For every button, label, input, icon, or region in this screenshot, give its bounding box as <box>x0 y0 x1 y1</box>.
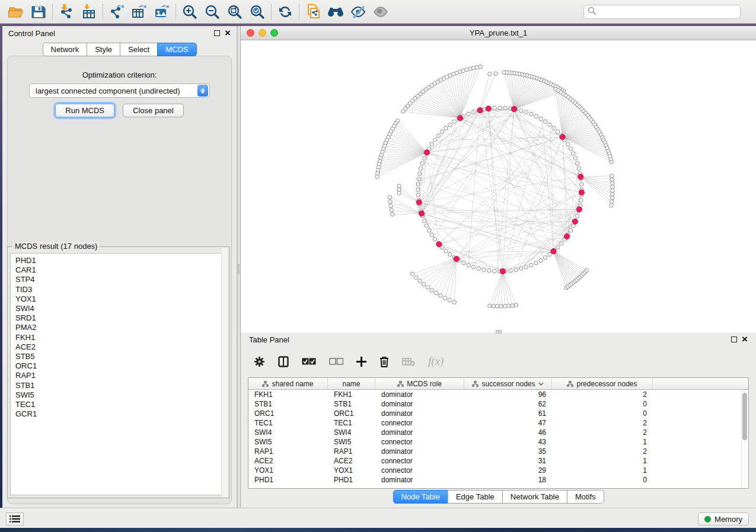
table-cell[interactable]: connector <box>375 418 464 428</box>
table-cell[interactable]: dominator <box>375 399 464 409</box>
run-mcds-button[interactable]: Run MCDS <box>55 104 114 117</box>
table-cell[interactable]: SWI5 <box>328 437 375 447</box>
mcds-hub-node[interactable] <box>424 150 429 155</box>
close-window-icon[interactable] <box>247 29 254 37</box>
close-panel-icon[interactable]: × <box>225 30 231 36</box>
tab-network-table[interactable]: Network Table <box>502 490 567 504</box>
table-cell[interactable]: ORC1 <box>248 409 328 418</box>
table-cell[interactable]: 2 <box>552 447 653 456</box>
zoom-out-icon[interactable] <box>201 2 224 21</box>
table-cell[interactable]: YOX1 <box>248 466 328 475</box>
table-cell[interactable]: 46 <box>464 428 552 437</box>
show-columns-icon[interactable] <box>278 356 289 367</box>
delete-column-icon[interactable] <box>379 356 389 367</box>
table-row[interactable]: SWI5SWI5connector431 <box>248 437 748 447</box>
table-cell[interactable]: 1 <box>552 437 653 447</box>
import-table-icon[interactable] <box>78 2 100 21</box>
tab-motifs[interactable]: Motifs <box>567 490 604 504</box>
result-list-item[interactable]: RAP1 <box>15 371 226 380</box>
table-cell[interactable]: dominator <box>375 409 464 418</box>
table-cell[interactable]: 0 <box>552 475 653 485</box>
result-list-item[interactable]: SWI4 <box>15 304 226 313</box>
tab-select[interactable]: Select <box>120 43 158 56</box>
column-header-shared-name[interactable]: shared name <box>248 378 328 389</box>
add-column-icon[interactable] <box>356 357 366 367</box>
delete-table-icon[interactable] <box>402 357 415 366</box>
table-cell[interactable]: 18 <box>464 475 552 485</box>
network-window-titlebar[interactable]: YPA_prune.txt_1 <box>241 26 756 40</box>
table-cell[interactable]: STB1 <box>248 399 328 409</box>
table-cell[interactable]: 62 <box>464 399 552 409</box>
table-cell[interactable]: TEC1 <box>248 418 328 428</box>
node-table[interactable]: shared namenameMCDS rolesuccessor nodesp… <box>248 377 749 489</box>
table-cell[interactable]: 1 <box>552 456 653 466</box>
result-list-item[interactable]: STB1 <box>15 381 226 390</box>
table-cell[interactable]: 0 <box>552 409 653 418</box>
table-cell[interactable]: ACE2 <box>248 456 328 466</box>
column-header-name[interactable]: name <box>328 378 375 389</box>
result-list-item[interactable]: YOX1 <box>15 294 226 304</box>
tab-network[interactable]: Network <box>42 43 87 56</box>
table-row[interactable]: RAP1RAP1dominator352 <box>248 447 748 456</box>
mcds-hub-node[interactable] <box>454 256 459 261</box>
table-row[interactable]: FKH1FKH1dominator962 <box>248 390 748 399</box>
table-cell[interactable]: SWI5 <box>248 437 328 447</box>
table-scrollbar[interactable] <box>741 390 748 488</box>
table-cell[interactable]: dominator <box>375 447 464 456</box>
tab-node-table[interactable]: Node Table <box>393 490 448 504</box>
float-table-panel-icon[interactable] <box>731 336 737 342</box>
table-cell[interactable]: dominator <box>375 428 464 437</box>
mcds-hub-node[interactable] <box>579 190 584 195</box>
table-cell[interactable]: FKH1 <box>248 390 328 399</box>
table-row[interactable]: YOX1YOX1connector291 <box>248 466 748 475</box>
table-cell[interactable]: dominator <box>375 475 464 485</box>
table-cell[interactable]: ORC1 <box>328 409 375 418</box>
table-cell[interactable]: connector <box>375 456 464 466</box>
memory-button[interactable]: Memory <box>698 512 749 525</box>
show-all-icon[interactable] <box>369 2 392 21</box>
table-row[interactable]: PHD1PHD1dominator180 <box>248 475 748 485</box>
tab-edge-table[interactable]: Edge Table <box>448 490 503 504</box>
table-cell[interactable]: dominator <box>375 390 464 399</box>
find-icon[interactable] <box>324 2 347 21</box>
table-cell[interactable]: 2 <box>552 418 653 428</box>
result-list-item[interactable]: GCR1 <box>15 409 226 419</box>
search-field[interactable] <box>583 5 741 19</box>
result-list-item[interactable]: TID3 <box>15 285 226 294</box>
table-cell[interactable]: PHD1 <box>328 475 375 485</box>
table-cell[interactable]: 47 <box>464 418 552 428</box>
result-list-item[interactable]: PMA2 <box>15 323 226 332</box>
table-row[interactable]: TEC1TEC1connector472 <box>248 418 748 428</box>
table-row[interactable]: ORC1ORC1dominator610 <box>248 409 748 418</box>
mcds-hub-node[interactable] <box>419 211 424 216</box>
zoom-fit-icon[interactable] <box>224 2 246 21</box>
table-cell[interactable]: 61 <box>464 409 552 418</box>
mcds-hub-node[interactable] <box>576 207 582 212</box>
result-list-item[interactable]: ACE2 <box>15 342 226 352</box>
result-list-item[interactable]: SRD1 <box>15 313 226 323</box>
table-scrollbar-thumb[interactable] <box>742 393 747 440</box>
network-canvas[interactable] <box>241 40 756 332</box>
mcds-hub-node[interactable] <box>416 200 422 205</box>
result-list-item[interactable]: ORC1 <box>15 361 226 371</box>
tab-mcds[interactable]: MCDS <box>157 43 196 56</box>
mcds-hub-node[interactable] <box>578 174 583 180</box>
table-cell[interactable]: RAP1 <box>328 447 375 456</box>
table-cell[interactable]: 2 <box>552 428 653 437</box>
hide-selected-icon[interactable] <box>347 2 369 21</box>
table-row[interactable]: SWI4SWI4dominator462 <box>248 428 748 437</box>
deselect-all-checks-icon[interactable] <box>329 358 343 366</box>
task-history-button[interactable] <box>6 512 24 525</box>
mcds-hub-node[interactable] <box>477 107 483 113</box>
table-cell[interactable]: 35 <box>464 447 552 456</box>
table-cell[interactable]: connector <box>375 466 464 475</box>
function-builder-icon[interactable]: f(x) <box>428 355 444 368</box>
table-options-gear-icon[interactable] <box>254 356 265 367</box>
mcds-hub-node[interactable] <box>560 134 565 140</box>
criterion-dropdown[interactable]: largest connected component (undirected) <box>29 84 210 98</box>
table-row[interactable]: ACE2ACE2connector311 <box>248 456 748 466</box>
export-network-icon[interactable] <box>106 2 128 21</box>
refresh-view-icon[interactable] <box>274 2 296 21</box>
table-cell[interactable]: PHD1 <box>248 475 328 485</box>
result-list-item[interactable]: TEC1 <box>15 400 226 409</box>
